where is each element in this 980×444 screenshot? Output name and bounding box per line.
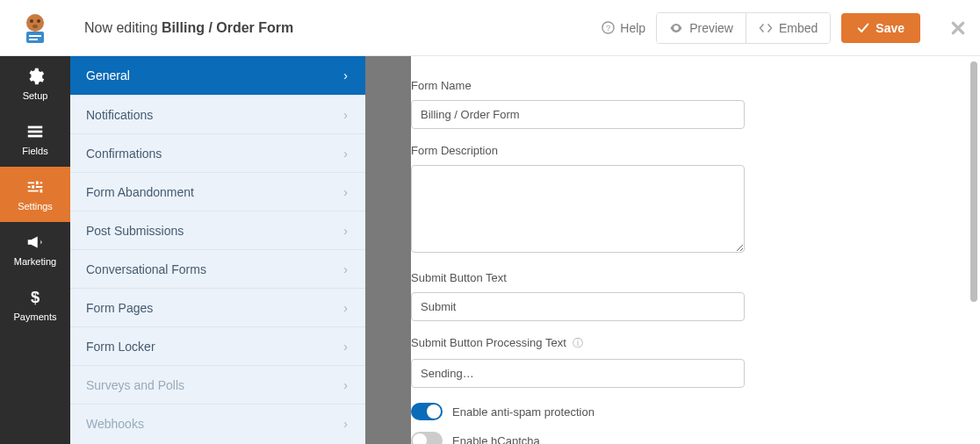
dollar-icon: $	[25, 288, 45, 307]
editing-form-name: Billing / Order Form	[162, 20, 293, 35]
main-nav: Setup Fields Settings Marketing $ Paymen…	[0, 56, 70, 444]
svg-text:$: $	[31, 288, 40, 306]
svg-point-2	[37, 19, 40, 23]
code-icon	[759, 21, 773, 35]
nav-item-marketing[interactable]: Marketing	[0, 222, 70, 277]
antispam-toggle-label: Enable anti-spam protection	[452, 405, 594, 419]
save-button[interactable]: Save	[841, 13, 920, 43]
chevron-right-icon: ›	[343, 185, 348, 199]
gear-icon	[25, 67, 45, 86]
svg-rect-11	[28, 135, 43, 138]
bullhorn-icon	[25, 233, 45, 252]
svg-point-1	[30, 19, 33, 23]
svg-rect-10	[28, 131, 43, 133]
list-icon	[25, 122, 45, 141]
chevron-right-icon: ›	[343, 147, 348, 161]
subnav-item-surveys-polls[interactable]: Surveys and Polls ›	[70, 365, 365, 404]
submit-processing-text-label: Submit Button Processing Text ⓘ	[411, 336, 745, 351]
chevron-right-icon: ›	[343, 417, 348, 431]
help-icon: ?	[602, 21, 615, 34]
header-actions: ? Help Preview Embed Save	[602, 12, 966, 44]
antispam-toggle[interactable]	[411, 403, 443, 420]
submit-processing-text-input[interactable]	[411, 359, 745, 388]
subnav-item-form-pages[interactable]: Form Pages ›	[70, 288, 365, 326]
chevron-right-icon: ›	[343, 301, 348, 315]
eye-icon	[669, 21, 683, 35]
wpforms-logo-icon	[17, 10, 54, 47]
subnav-item-confirmations[interactable]: Confirmations ›	[70, 133, 365, 172]
svg-text:?: ?	[606, 24, 610, 32]
hcaptcha-toggle[interactable]	[411, 432, 443, 444]
svg-rect-5	[29, 35, 41, 37]
editing-prefix: Now editing	[84, 20, 162, 35]
svg-rect-9	[28, 126, 43, 129]
nav-item-settings[interactable]: Settings	[0, 167, 70, 222]
chevron-right-icon: ›	[343, 340, 348, 354]
chevron-right-icon: ›	[343, 108, 348, 122]
subnav-item-general[interactable]: General ›	[70, 56, 365, 95]
check-icon	[857, 22, 869, 34]
svg-rect-6	[29, 39, 38, 40]
subnav-item-form-locker[interactable]: Form Locker ›	[70, 326, 365, 365]
svg-rect-4	[26, 32, 44, 43]
sliders-icon	[25, 177, 45, 197]
body: Setup Fields Settings Marketing $ Paymen…	[0, 56, 980, 444]
close-button[interactable]	[950, 20, 966, 36]
gutter	[365, 56, 411, 444]
preview-button[interactable]: Preview	[657, 13, 746, 43]
preview-embed-group: Preview Embed	[656, 12, 831, 44]
submit-button-text-label: Submit Button Text	[411, 271, 745, 284]
nav-item-setup[interactable]: Setup	[0, 56, 70, 111]
svg-point-0	[26, 14, 44, 32]
subnav-item-webhooks[interactable]: Webhooks ›	[70, 404, 365, 442]
nav-item-payments[interactable]: $ Payments	[0, 277, 70, 333]
subnav-item-post-submissions[interactable]: Post Submissions ›	[70, 211, 365, 249]
form-name-label: Form Name	[411, 79, 745, 92]
svg-point-3	[32, 25, 38, 28]
content-wrap: Form Name Form Description Submit Button…	[365, 56, 980, 444]
help-hint-icon[interactable]: ⓘ	[573, 337, 583, 349]
chevron-right-icon: ›	[343, 262, 348, 276]
help-link[interactable]: ? Help	[602, 21, 645, 35]
scrollbar[interactable]	[970, 61, 977, 302]
form-description-label: Form Description	[411, 144, 745, 157]
settings-subnav: General › Notifications › Confirmations …	[70, 56, 365, 444]
chevron-right-icon: ›	[343, 224, 348, 238]
embed-button[interactable]: Embed	[746, 13, 830, 43]
app-logo	[0, 0, 70, 56]
settings-general-panel: Form Name Form Description Submit Button…	[411, 56, 980, 444]
editing-title: Now editing Billing / Order Form	[70, 20, 602, 36]
chevron-right-icon: ›	[343, 68, 348, 82]
hcaptcha-toggle-label: Enable hCaptcha	[452, 434, 540, 445]
form-description-textarea[interactable]	[411, 165, 745, 253]
chevron-right-icon: ›	[343, 378, 348, 392]
subnav-item-notifications[interactable]: Notifications ›	[70, 95, 365, 133]
header: Now editing Billing / Order Form ? Help …	[0, 0, 980, 56]
subnav-item-form-abandonment[interactable]: Form Abandonment ›	[70, 172, 365, 211]
submit-button-text-input[interactable]	[411, 292, 745, 321]
form-name-input[interactable]	[411, 100, 745, 129]
nav-item-fields[interactable]: Fields	[0, 111, 70, 167]
close-icon	[950, 20, 966, 36]
subnav-item-conversational-forms[interactable]: Conversational Forms ›	[70, 249, 365, 288]
